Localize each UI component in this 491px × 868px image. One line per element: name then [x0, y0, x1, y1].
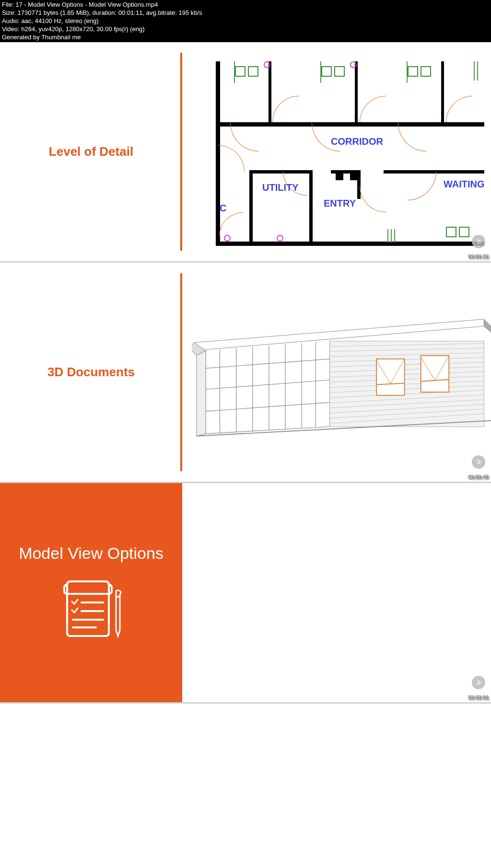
thumbnail-2-title: 3D Documents	[47, 365, 135, 380]
room-label-utility: UTILITY	[262, 182, 299, 193]
svg-rect-10	[330, 341, 484, 427]
thumbnail-row-3: Model View Options	[0, 483, 491, 704]
thumbnail-3-left-panel: Model View Options	[0, 483, 182, 702]
timestamp-1: 00:00:30	[468, 254, 489, 260]
room-label-corridor: CORRIDOR	[331, 136, 383, 147]
thumbnail-2-content: 00:00:48	[182, 263, 491, 482]
thumbnail-2-left-panel: 3D Documents	[0, 263, 182, 482]
thumbnail-3-content: 00:00:56	[182, 483, 491, 702]
timestamp-2: 00:00:48	[468, 475, 489, 480]
thumbnail-1-content: CORRIDOR UTILITY ENTRY WAITING C 00:00:3…	[182, 42, 491, 261]
play-icon	[472, 676, 485, 689]
floor-plan-drawing: CORRIDOR UTILITY ENTRY WAITING C	[216, 61, 491, 242]
room-label-waiting: WAITING	[444, 179, 485, 190]
thumbnail-row-2: 3D Documents	[0, 263, 491, 483]
play-icon	[472, 235, 485, 248]
svg-line-7	[206, 359, 329, 369]
metadata-file: File: 17 - Model View Options - Model Vi…	[2, 1, 489, 9]
svg-line-9	[206, 403, 329, 412]
video-metadata-header: File: 17 - Model View Options - Model Vi…	[0, 0, 491, 42]
thumbnail-1-left-panel: Level of Detail	[0, 42, 182, 261]
thumbnail-1-title: Level of Detail	[49, 144, 133, 159]
metadata-size: Size: 1730771 bytes (1.65 MiB), duration…	[2, 9, 489, 17]
play-icon	[472, 455, 485, 469]
thumbnail-3-title: Model View Options	[19, 544, 164, 563]
metadata-video: Video: h264, yuv420p, 1280x720, 30.00 fp…	[2, 25, 489, 34]
svg-rect-27	[376, 359, 405, 395]
metadata-audio: Audio: aac, 44100 Hz, stereo (eng)	[2, 17, 489, 25]
notepad-pen-icon	[58, 578, 125, 640]
room-label-entry: ENTRY	[324, 198, 356, 209]
svg-rect-31	[421, 356, 449, 393]
svg-line-8	[206, 380, 329, 390]
3d-building-drawing	[192, 308, 491, 442]
thumbnail-row-1: Level of Detail	[0, 42, 491, 263]
metadata-generated: Generated by Thumbnail me	[2, 34, 489, 42]
orange-panel-content: Model View Options	[19, 544, 164, 641]
timestamp-3: 00:00:56	[468, 695, 489, 701]
room-label-c: C	[220, 203, 226, 214]
